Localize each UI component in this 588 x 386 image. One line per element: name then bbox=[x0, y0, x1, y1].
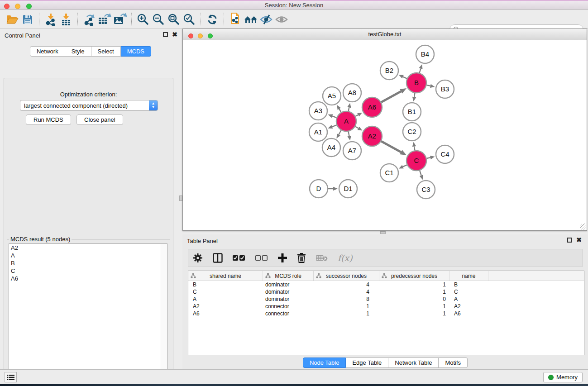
float-table-panel-icon[interactable] bbox=[567, 238, 572, 243]
graph-node-label-B4: B4 bbox=[421, 50, 429, 58]
graph-edge-C-C1[interactable] bbox=[403, 165, 407, 167]
network-zoom-button[interactable] bbox=[208, 33, 213, 38]
graph-node-label-B3: B3 bbox=[441, 85, 449, 93]
import-network-icon[interactable] bbox=[43, 12, 58, 27]
graph-edge-A-A1[interactable] bbox=[332, 125, 337, 127]
cell-mcds-role: connector bbox=[263, 310, 314, 317]
save-session-icon[interactable] bbox=[20, 12, 35, 27]
table-settings-gear-icon[interactable] bbox=[193, 253, 203, 263]
desktop-background bbox=[0, 384, 588, 386]
horizontal-splitter-handle[interactable] bbox=[380, 231, 386, 234]
window-resize-grip[interactable] bbox=[580, 224, 586, 230]
zoom-in-icon[interactable] bbox=[135, 12, 151, 27]
cell-shared-name: B bbox=[188, 281, 263, 288]
graph-edge-A2-C[interactable] bbox=[381, 141, 401, 152]
close-panel-button[interactable]: Close panel bbox=[76, 114, 123, 125]
mcds-result-item[interactable]: B bbox=[9, 259, 167, 267]
cell-mcds-role: connector bbox=[263, 303, 314, 310]
graph-edge-C-C3[interactable] bbox=[420, 171, 421, 176]
tab-network-table[interactable]: Network Table bbox=[388, 357, 439, 368]
result-list-scrollbar[interactable] bbox=[161, 244, 167, 386]
column-header-mcds-role[interactable]: MCDS role bbox=[263, 271, 314, 281]
graph-edge-A-A5[interactable] bbox=[339, 109, 341, 112]
select-all-checkboxes-icon[interactable] bbox=[233, 255, 245, 261]
open-file-icon[interactable] bbox=[5, 12, 20, 27]
graph-edge-A-A2[interactable] bbox=[355, 127, 359, 129]
tab-motifs[interactable]: Motifs bbox=[439, 357, 468, 368]
zoom-selected-icon[interactable] bbox=[182, 12, 197, 27]
task-history-button[interactable] bbox=[5, 372, 17, 382]
run-mcds-button[interactable]: Run MCDS bbox=[26, 114, 71, 125]
export-table-icon[interactable] bbox=[97, 12, 112, 27]
first-neighbors-houses-icon[interactable] bbox=[243, 12, 258, 27]
hide-selected-eye-slash-icon[interactable] bbox=[258, 12, 274, 27]
export-network-icon[interactable] bbox=[81, 12, 97, 27]
edge-arrowhead-icon bbox=[347, 103, 351, 108]
mcds-result-group: MCDS result (5 nodes) A2 A B C A6 bbox=[7, 236, 170, 386]
table-row[interactable]: A6 connector 1 1 A6 bbox=[188, 310, 584, 317]
column-header-predecessor-nodes[interactable]: predecessor nodes bbox=[379, 271, 449, 281]
cell-shared-name: A bbox=[188, 295, 263, 303]
column-header-name[interactable]: name bbox=[449, 271, 488, 281]
column-header-shared-name[interactable]: shared name bbox=[188, 271, 263, 281]
tab-mcds[interactable]: MCDS bbox=[121, 46, 151, 57]
mcds-result-item[interactable]: C bbox=[9, 267, 167, 275]
criterion-dropdown[interactable]: largest connected component (directed) ▲… bbox=[20, 100, 158, 111]
tab-node-table[interactable]: Node Table bbox=[303, 357, 346, 368]
cell-name: C bbox=[449, 288, 488, 295]
new-network-from-selection-icon[interactable] bbox=[228, 12, 243, 27]
column-layout-icon[interactable] bbox=[213, 253, 223, 263]
minimize-window-button[interactable] bbox=[15, 4, 20, 9]
close-panel-icon[interactable]: ✖ bbox=[172, 32, 177, 37]
export-image-icon[interactable] bbox=[112, 12, 128, 27]
tab-edge-table[interactable]: Edge Table bbox=[346, 357, 388, 368]
edge-arrowhead-icon bbox=[419, 64, 422, 69]
show-all-eye-icon[interactable] bbox=[274, 12, 289, 27]
graph-edge-A-A7[interactable] bbox=[349, 132, 349, 136]
graph-edge-A-A8[interactable] bbox=[349, 107, 349, 111]
edge-arrowhead-icon bbox=[412, 97, 416, 102]
edge-arrowhead-icon bbox=[430, 156, 435, 159]
float-panel-icon[interactable] bbox=[163, 32, 168, 37]
network-canvas[interactable]: AA1A2A3A4A5A6A7A8BB1B2B3B4CC1C2C3C4DD1 bbox=[183, 40, 587, 230]
network-graph: AA1A2A3A4A5A6A7A8BB1B2B3B4CC1C2C3C4DD1 bbox=[183, 40, 587, 230]
network-minimize-button[interactable] bbox=[198, 33, 203, 38]
delete-column-trash-icon[interactable] bbox=[297, 253, 306, 263]
zoom-window-button[interactable] bbox=[26, 4, 32, 9]
network-close-button[interactable] bbox=[188, 33, 193, 38]
table-row[interactable]: B dominator 4 1 B bbox=[188, 281, 584, 288]
close-table-panel-icon[interactable]: ✖ bbox=[576, 238, 582, 243]
network-window-titlebar[interactable]: testGlobe.txt bbox=[183, 29, 587, 40]
table-row[interactable]: A2 connector 1 1 A2 bbox=[188, 303, 584, 310]
add-column-icon[interactable] bbox=[278, 253, 287, 262]
table-row[interactable]: C dominator 4 1 C bbox=[188, 288, 584, 295]
graph-edge-C-C2[interactable] bbox=[414, 147, 415, 151]
table-row[interactable]: A dominator 8 0 A bbox=[188, 295, 584, 303]
deselect-all-checkboxes-icon[interactable] bbox=[255, 255, 268, 261]
mcds-result-title: MCDS result (5 nodes) bbox=[9, 236, 72, 243]
mcds-result-item[interactable]: A6 bbox=[9, 275, 167, 282]
graph-edge-A-A6[interactable] bbox=[355, 115, 358, 116]
graph-edge-B-B3[interactable] bbox=[426, 85, 430, 86]
graph-edge-A6-B[interactable] bbox=[381, 91, 401, 102]
tab-style[interactable]: Style bbox=[65, 46, 91, 57]
close-window-button[interactable] bbox=[4, 4, 10, 9]
mcds-result-item[interactable]: A bbox=[9, 252, 167, 259]
memory-button[interactable]: Memory bbox=[543, 372, 583, 382]
import-table-icon[interactable] bbox=[58, 12, 74, 27]
graph-edge-B-B4[interactable] bbox=[420, 69, 421, 73]
graph-edge-C-C4[interactable] bbox=[426, 157, 430, 158]
vertical-splitter-handle[interactable] bbox=[179, 195, 182, 201]
tab-network[interactable]: Network bbox=[30, 46, 65, 57]
tab-select[interactable]: Select bbox=[91, 46, 121, 57]
column-header-successor-nodes[interactable]: successor nodes bbox=[314, 271, 379, 281]
refresh-icon[interactable] bbox=[205, 12, 220, 27]
graph-edge-A-A3[interactable] bbox=[332, 116, 336, 118]
zoom-out-icon[interactable] bbox=[151, 12, 166, 27]
mcds-result-item[interactable]: A2 bbox=[9, 244, 167, 252]
zoom-fit-icon[interactable] bbox=[166, 12, 182, 27]
graph-edge-B-B1[interactable] bbox=[414, 93, 415, 97]
graph-edge-B-B2[interactable] bbox=[403, 77, 407, 79]
tree-icon bbox=[316, 273, 321, 278]
graph-edge-A-A4[interactable] bbox=[339, 130, 341, 134]
